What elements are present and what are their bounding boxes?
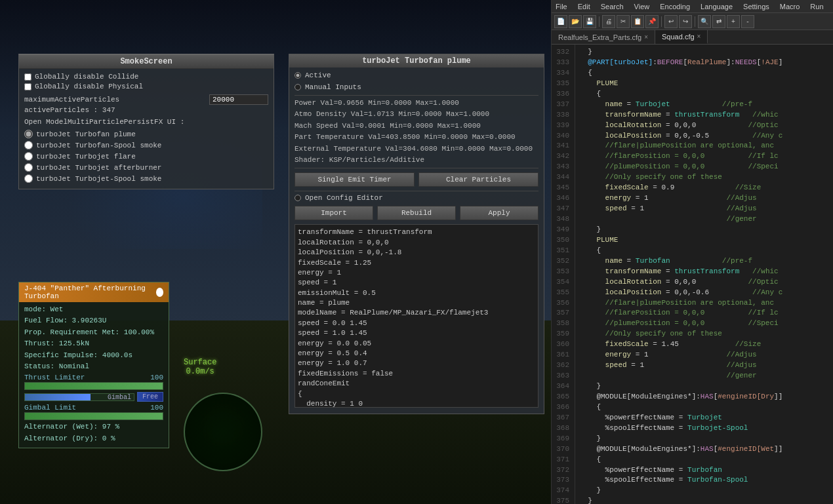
menu-search[interactable]: Search <box>601 3 624 10</box>
line-number: 365 <box>554 392 569 402</box>
open-config-radio-dot[interactable] <box>295 195 301 201</box>
toolbar-zoom-out[interactable]: - <box>741 15 754 28</box>
fuel-flow-line: Fuel Flow: 3.90263U <box>24 316 163 326</box>
menu-view[interactable]: View <box>634 3 650 10</box>
code-line: } <box>579 434 829 444</box>
line-number: 369 <box>554 434 569 444</box>
clear-particles-button[interactable]: Clear Particles <box>418 172 538 187</box>
menu-edit[interactable]: Edit <box>578 3 590 10</box>
tab-squad-close[interactable]: × <box>697 33 701 40</box>
code-line: fixedScale = 1.45 //Size <box>579 339 829 350</box>
tab-realfuels[interactable]: Realfuels_Extra_Parts.cfg × <box>552 30 655 44</box>
line-number: 360 <box>554 339 569 350</box>
code-lines: } @PART[turboJet]:BEFORE[RealPlume]:NEED… <box>575 45 833 504</box>
menu-encoding[interactable]: Encoding <box>660 3 690 10</box>
menu-file[interactable]: File <box>556 3 567 10</box>
gimbal-toggle[interactable]: Free <box>137 392 163 402</box>
toolbar-undo[interactable]: ↩ <box>664 15 678 28</box>
code-line: //flarePosition = 0,0,0 //If lc <box>579 308 829 319</box>
toolbar-sep-3 <box>695 16 695 27</box>
toolbar-cut[interactable]: ✂ <box>617 15 630 28</box>
line-number: 342 <box>554 151 569 162</box>
radio-turbojet-spool[interactable]: turboJet Turbojet-Spool smoke <box>24 174 268 184</box>
line-number: 368 <box>554 423 569 434</box>
toolbar-zoom-in[interactable]: + <box>727 15 740 28</box>
code-line: PLUME <box>579 79 829 89</box>
line-number: 350 <box>554 235 569 246</box>
thrust-limiter-label: Thrust Limiter 100 <box>24 374 163 381</box>
toolbar-copy[interactable]: 📋 <box>631 15 644 28</box>
globally-disable-physical-checkbox[interactable] <box>24 83 31 90</box>
ext-temp-info: External Temperature Val=304.6080 Min=0.… <box>295 144 538 154</box>
toolbar-redo[interactable]: ↪ <box>679 15 692 28</box>
toolbar-new[interactable]: 📄 <box>554 15 567 28</box>
line-number: 339 <box>554 121 569 131</box>
code-line: //flare|plumePosition are optional, anc <box>579 141 829 151</box>
menu-macro[interactable]: Macro <box>780 3 800 10</box>
editor-tabs: Realfuels_Extra_Parts.cfg × Squad.cfg × <box>552 30 833 45</box>
line-number: 363 <box>554 371 569 381</box>
globally-disable-collide-checkbox[interactable] <box>24 73 31 81</box>
hud-surface: Surface 0.0m/s <box>184 358 216 376</box>
gimbal-bar-bg: Gimbal <box>24 393 134 401</box>
code-line: //flare|plumePosition are optional, anc <box>579 298 829 309</box>
menu-language[interactable]: Language <box>701 3 733 10</box>
gimbal-row: Gimbal Free <box>24 392 163 402</box>
line-number: 349 <box>554 225 569 235</box>
line-number: 362 <box>554 360 569 371</box>
line-number: 345 <box>554 183 569 193</box>
toolbar-sep-2 <box>661 16 662 27</box>
radio-turbojet-flare[interactable]: turboJet Turbojet flare <box>24 151 268 161</box>
line-number: 357 <box>554 308 569 319</box>
radio-turbofan-spool[interactable]: turboJet Turbofan-Spool smoke <box>24 140 268 150</box>
thrust-line: Thrust: 125.5kN <box>24 339 163 349</box>
toolbar-find[interactable]: 🔍 <box>698 15 711 28</box>
radio-turbofan-spool-label: turboJet Turbofan-Spool smoke <box>36 142 161 149</box>
toolbar-paste[interactable]: 📌 <box>645 15 659 28</box>
max-particles-input[interactable] <box>209 94 268 105</box>
radio-turbofan-plume-label: turboJet Turbofan plume <box>36 130 136 138</box>
code-line: //Only specify one of these <box>579 329 829 339</box>
shader-info: Shader: KSP/Particles/Additive <box>295 155 538 165</box>
tab-squad[interactable]: Squad.cfg × <box>655 30 708 44</box>
line-number: 370 <box>554 444 569 455</box>
part-temp-info: Part Temperature Val=403.8500 Min=0.0000… <box>295 132 538 142</box>
gimbal-limit-row: Gimbal Limit 100 <box>24 404 163 420</box>
code-line: } <box>579 486 829 496</box>
code-line: { <box>579 68 829 79</box>
rebuild-button[interactable]: Rebuild <box>377 206 456 220</box>
code-editor: File Edit Search View Encoding Language … <box>551 0 833 504</box>
code-line: //gener <box>579 214 829 225</box>
line-number: 347 <box>554 204 569 214</box>
radio-turbojet-afterburner[interactable]: turboJet Turbojet afterburner <box>24 163 268 172</box>
manual-inputs-radio-dot[interactable] <box>295 84 301 90</box>
code-content-area[interactable]: 3323333343353363373383393403413423433443… <box>552 45 833 504</box>
gimbal-limit-bar-fill <box>25 413 163 419</box>
code-line: //plumePosition = 0,0,0 //Speci <box>579 162 829 172</box>
line-number: 354 <box>554 277 569 288</box>
code-line: %spoolEffectName = Turbofan-Spool <box>579 475 829 486</box>
config-textarea[interactable]: transformName = thrustTransform localRot… <box>295 224 538 408</box>
max-particles-label: maximumActiveParticles <box>24 96 119 104</box>
code-line: } <box>579 47 829 58</box>
toolbar-replace[interactable]: ⇄ <box>712 15 725 28</box>
manual-inputs-row: Manual Inputs <box>295 83 538 91</box>
toolbar-save[interactable]: 💾 <box>583 15 596 28</box>
globally-disable-physical-row: Globally disable Physical <box>24 83 268 90</box>
menu-run[interactable]: Run <box>810 3 823 10</box>
single-emit-button[interactable]: Single Emit Timer <box>295 172 415 187</box>
globally-disable-collide-label: Globally disable Collide <box>35 73 138 81</box>
import-button[interactable]: Import <box>295 206 373 220</box>
toolbar-open[interactable]: 📂 <box>569 15 582 28</box>
apply-button[interactable]: Apply <box>460 206 538 220</box>
surface-label: Surface <box>184 358 216 367</box>
menu-settings[interactable]: Settings <box>743 3 769 10</box>
code-line: //gener <box>579 371 829 381</box>
toolbar-print[interactable]: 🖨 <box>602 15 615 28</box>
tab-realfuels-close[interactable]: × <box>644 33 648 41</box>
active-radio-dot[interactable] <box>295 72 301 79</box>
smokescreen-panel: SmokeScreen Globally disable Collide Glo… <box>18 54 274 189</box>
line-number: 355 <box>554 288 569 298</box>
radio-turbofan-plume[interactable]: turboJet Turbofan plume <box>24 129 268 139</box>
speed-label: 0.0m/s <box>184 367 216 376</box>
